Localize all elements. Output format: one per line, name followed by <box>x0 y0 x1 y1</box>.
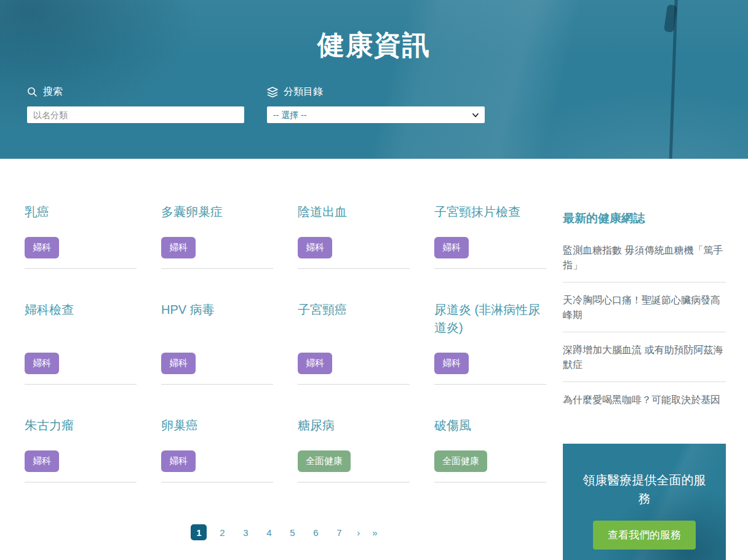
article-card: 多囊卵巢症 婦科 <box>161 203 273 269</box>
article-card: HPV 病毒 婦科 <box>161 301 273 385</box>
divider <box>434 482 546 482</box>
category-badge[interactable]: 婦科 <box>434 353 469 374</box>
divider <box>298 268 410 269</box>
divider <box>298 482 410 482</box>
article-title-link[interactable]: 朱古力瘤 <box>25 417 137 434</box>
category-badge[interactable]: 婦科 <box>434 237 469 258</box>
divider <box>298 384 410 385</box>
list-item: 監測血糖指數 毋須傳統血糖機「篤手指」 <box>563 233 726 282</box>
category-badge[interactable]: 婦科 <box>161 237 196 258</box>
page-title: 健康資訊 <box>0 0 748 63</box>
article-card: 破傷風 全面健康 <box>434 417 546 482</box>
list-item: 為什麼愛喝黑咖啡？可能取決於基因 <box>563 382 726 417</box>
article-title-link[interactable]: 子宮頸癌 <box>298 301 410 319</box>
article-title-link[interactable]: 子宮頸抹片檢查 <box>434 203 546 221</box>
blog-post-list: 監測血糖指數 毋須傳統血糖機「篤手指」 天冷胸悶心口痛！聖誕節心臟病發高峰期 深… <box>563 233 726 417</box>
category-label-row: 分類目錄 <box>267 86 485 98</box>
divider <box>25 482 137 482</box>
article-card: 子宮頸癌 婦科 <box>298 301 410 385</box>
main-content: 乳癌 婦科 多囊卵巢症 婦科 陰道出血 婦科 <box>0 159 748 560</box>
article-title-link[interactable]: 卵巢癌 <box>161 417 273 434</box>
search-label-row: 搜索 <box>27 86 244 98</box>
blog-heading: 最新的健康網誌 <box>563 210 726 226</box>
services-promo-box: 領康醫療提供全面的服務 查看我們的服務 <box>563 444 726 560</box>
divider <box>161 384 273 385</box>
blog-post-link[interactable]: 為什麼愛喝黑咖啡？可能取決於基因 <box>563 393 726 407</box>
category-badge[interactable]: 全面健康 <box>298 450 351 472</box>
divider <box>161 482 273 482</box>
divider <box>434 384 546 385</box>
page-2-button[interactable]: 2 <box>214 524 230 540</box>
category-badge[interactable]: 婦科 <box>298 237 332 258</box>
article-card: 朱古力瘤 婦科 <box>25 417 137 482</box>
sidebar: 最新的健康網誌 監測血糖指數 毋須傳統血糖機「篤手指」 天冷胸悶心口痛！聖誕節心… <box>563 203 726 560</box>
category-label: 分類目錄 <box>284 86 323 98</box>
next-page-button[interactable]: › <box>354 527 362 538</box>
article-title-link[interactable]: 糖尿病 <box>298 417 410 434</box>
search-input[interactable] <box>27 106 244 123</box>
blog-post-link[interactable]: 深蹲增加大腦血流 或有助預防阿茲海默症 <box>563 343 726 372</box>
page-4-button[interactable]: 4 <box>261 524 277 540</box>
category-badge[interactable]: 全面健康 <box>434 450 487 472</box>
category-badge[interactable]: 婦科 <box>25 450 59 472</box>
article-title-link[interactable]: 乳癌 <box>25 203 137 221</box>
promo-text: 領康醫療提供全面的服務 <box>579 471 710 508</box>
category-badge[interactable]: 婦科 <box>25 237 59 258</box>
search-icon <box>27 87 38 97</box>
article-title-link[interactable]: 婦科檢查 <box>25 301 137 319</box>
article-title-link[interactable]: 破傷風 <box>434 417 546 434</box>
article-card: 乳癌 婦科 <box>25 203 137 269</box>
article-card: 糖尿病 全面健康 <box>298 417 410 482</box>
articles-area: 乳癌 婦科 多囊卵巢症 婦科 陰道出血 婦科 <box>25 203 546 560</box>
category-badge[interactable]: 婦科 <box>161 450 196 472</box>
filter-bar: 搜索 分類目錄 -- 選擇 -- <box>0 86 748 123</box>
layers-icon <box>267 87 278 98</box>
page-3-button[interactable]: 3 <box>237 524 253 540</box>
pagination: 1 2 3 4 5 6 7 › » <box>25 524 546 540</box>
page-7-button[interactable]: 7 <box>331 524 347 540</box>
view-services-button[interactable]: 查看我們的服務 <box>593 521 696 550</box>
list-item: 深蹲增加大腦血流 或有助預防阿茲海默症 <box>563 332 726 382</box>
category-badge[interactable]: 婦科 <box>298 353 332 374</box>
divider <box>161 268 273 269</box>
page-6-button[interactable]: 6 <box>308 524 324 540</box>
search-group: 搜索 <box>27 86 244 123</box>
hero-banner: 健康資訊 搜索 分類目錄 <box>0 0 748 159</box>
category-badge[interactable]: 婦科 <box>161 353 196 374</box>
article-title-link[interactable]: 陰道出血 <box>298 203 410 221</box>
divider <box>25 384 137 385</box>
blog-post-link[interactable]: 監測血糖指數 毋須傳統血糖機「篤手指」 <box>563 243 726 273</box>
divider <box>434 268 546 269</box>
divider <box>25 268 137 269</box>
article-card: 尿道炎 (非淋病性尿道炎) 婦科 <box>434 301 546 385</box>
last-page-button[interactable]: » <box>370 527 380 538</box>
page-1-button[interactable]: 1 <box>191 524 207 540</box>
category-select[interactable]: -- 選擇 -- <box>267 106 485 123</box>
article-card: 陰道出血 婦科 <box>298 203 410 269</box>
category-group: 分類目錄 -- 選擇 -- <box>267 86 485 123</box>
page-5-button[interactable]: 5 <box>284 524 300 540</box>
category-badge[interactable]: 婦科 <box>25 353 59 374</box>
article-card: 婦科檢查 婦科 <box>25 301 137 385</box>
articles-grid: 乳癌 婦科 多囊卵巢症 婦科 陰道出血 婦科 <box>25 203 546 482</box>
search-label: 搜索 <box>43 86 63 98</box>
list-item: 天冷胸悶心口痛！聖誕節心臟病發高峰期 <box>563 282 726 332</box>
blog-post-link[interactable]: 天冷胸悶心口痛！聖誕節心臟病發高峰期 <box>563 293 726 322</box>
article-card: 子宮頸抹片檢查 婦科 <box>434 203 546 269</box>
article-title-link[interactable]: HPV 病毒 <box>161 301 273 319</box>
article-card: 卵巢癌 婦科 <box>161 417 273 482</box>
article-title-link[interactable]: 多囊卵巢症 <box>161 203 273 221</box>
article-title-link[interactable]: 尿道炎 (非淋病性尿道炎) <box>434 301 546 337</box>
